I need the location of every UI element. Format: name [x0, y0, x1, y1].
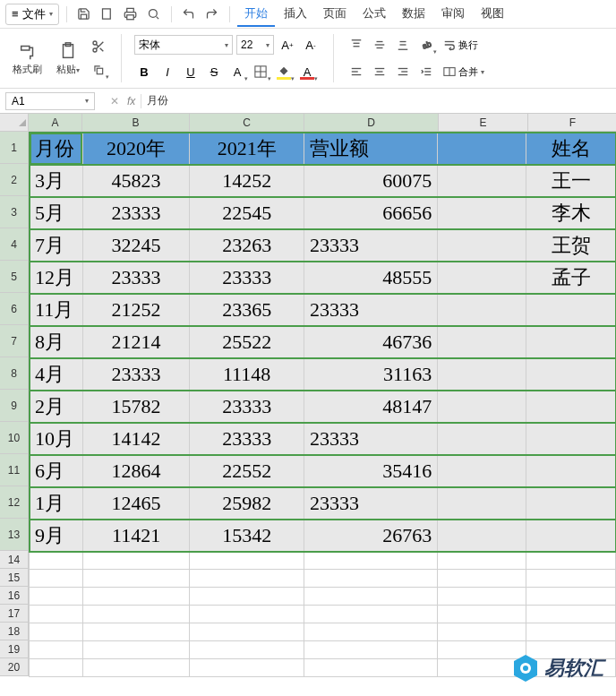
format-painter-button[interactable]: 格式刷	[7, 39, 47, 78]
data-cell[interactable]: 22552	[190, 455, 304, 487]
bold-button[interactable]: B	[134, 62, 154, 82]
cell[interactable]	[82, 659, 190, 677]
data-cell[interactable]: 1月	[30, 487, 83, 520]
font-effect-button[interactable]: A	[227, 62, 247, 82]
cell[interactable]	[438, 487, 526, 520]
grid-cells[interactable]: 月份2020年2021年营业额姓名3月458231425260075王一5月23…	[29, 132, 616, 677]
cell[interactable]	[526, 623, 616, 641]
cell[interactable]	[190, 552, 304, 570]
cell[interactable]	[438, 623, 526, 641]
italic-button[interactable]: I	[158, 62, 177, 82]
border-button[interactable]	[251, 62, 270, 82]
cell[interactable]	[438, 391, 526, 423]
save-icon[interactable]	[74, 4, 94, 24]
cell[interactable]	[82, 570, 190, 588]
data-cell[interactable]: 21214	[82, 326, 190, 358]
cell[interactable]	[190, 659, 304, 677]
cell[interactable]	[190, 588, 304, 606]
row-header-20[interactable]: 20	[0, 658, 29, 676]
row-header-1[interactable]: 1	[0, 132, 29, 164]
tab-公式[interactable]: 公式	[355, 2, 393, 27]
redo-icon[interactable]	[202, 4, 222, 24]
align-middle-icon[interactable]	[370, 35, 389, 55]
data-cell[interactable]: 32245	[82, 229, 190, 262]
row-header-3[interactable]: 3	[0, 196, 29, 228]
cell[interactable]	[82, 588, 190, 606]
tab-开始[interactable]: 开始	[237, 2, 275, 27]
tab-审阅[interactable]: 审阅	[434, 2, 472, 27]
cell[interactable]	[526, 423, 616, 455]
strikethrough-button[interactable]: S	[204, 62, 224, 82]
cell[interactable]	[438, 197, 526, 229]
cell[interactable]	[30, 623, 83, 641]
row-header-2[interactable]: 2	[0, 164, 29, 196]
formula-value[interactable]: 月份	[147, 93, 168, 108]
cell[interactable]	[438, 606, 526, 623]
data-cell[interactable]: 48555	[304, 262, 437, 294]
data-cell[interactable]: 26763	[304, 520, 437, 552]
row-header-7[interactable]: 7	[0, 325, 29, 357]
file-menu[interactable]: ≡ 文件 ▾	[5, 4, 59, 25]
row-header-19[interactable]: 19	[0, 640, 29, 658]
cell[interactable]	[526, 391, 616, 423]
cell[interactable]	[30, 588, 83, 606]
data-cell[interactable]: 60075	[304, 165, 437, 197]
fx-icon[interactable]: fx	[127, 95, 135, 107]
cell[interactable]	[304, 570, 437, 588]
cell[interactable]	[438, 262, 526, 294]
print-icon[interactable]	[121, 4, 141, 24]
cell[interactable]	[30, 606, 83, 623]
data-cell[interactable]: 2月	[30, 391, 83, 423]
cell[interactable]	[30, 659, 83, 677]
data-cell[interactable]: 45823	[82, 165, 190, 197]
row-header-6[interactable]: 6	[0, 293, 29, 325]
col-header-D[interactable]: D	[304, 114, 439, 132]
orientation-icon[interactable]: ab	[416, 35, 436, 55]
data-cell[interactable]: 15782	[82, 391, 190, 423]
row-header-8[interactable]: 8	[0, 357, 29, 390]
increase-font-icon[interactable]: A+	[278, 35, 297, 55]
cell[interactable]	[30, 570, 83, 588]
data-cell[interactable]: 23365	[190, 294, 304, 326]
font-color-button[interactable]: A	[297, 62, 317, 82]
header-cell[interactable]: 2020年	[82, 133, 190, 165]
cell[interactable]	[438, 165, 526, 197]
cell[interactable]	[304, 588, 437, 606]
data-cell[interactable]: 22545	[190, 197, 304, 229]
data-cell[interactable]: 21252	[82, 294, 190, 326]
row-header-13[interactable]: 13	[0, 519, 29, 551]
data-cell[interactable]: 35416	[304, 455, 437, 487]
cell[interactable]	[82, 552, 190, 570]
font-size-select[interactable]: 22▾	[236, 35, 274, 55]
fill-color-button[interactable]	[274, 62, 294, 82]
data-cell[interactable]: 15342	[190, 520, 304, 552]
paste-button[interactable]: 粘贴▾	[51, 39, 85, 78]
cell[interactable]	[304, 659, 437, 677]
cell[interactable]	[30, 641, 83, 659]
row-header-12[interactable]: 12	[0, 486, 29, 519]
cell[interactable]	[526, 326, 616, 358]
cell[interactable]: 王贺	[526, 229, 616, 262]
data-cell[interactable]: 12864	[82, 455, 190, 487]
tab-插入[interactable]: 插入	[277, 2, 314, 27]
col-header-C[interactable]: C	[190, 114, 304, 132]
cell[interactable]	[526, 487, 616, 520]
data-cell[interactable]: 11148	[190, 358, 304, 391]
header-cell[interactable]: 月份	[30, 133, 83, 165]
data-cell[interactable]: 5月	[30, 197, 83, 229]
data-cell[interactable]: 3月	[30, 165, 83, 197]
data-cell[interactable]: 11月	[30, 294, 83, 326]
cell[interactable]	[526, 552, 616, 570]
data-cell[interactable]: 23333	[190, 262, 304, 294]
cell[interactable]	[526, 520, 616, 552]
font-name-select[interactable]: 宋体▾	[134, 35, 233, 55]
cell[interactable]	[526, 455, 616, 487]
data-cell[interactable]: 23333	[304, 487, 437, 520]
data-cell[interactable]: 31163	[304, 358, 437, 391]
header-cell[interactable]: 营业额	[304, 133, 437, 165]
col-header-E[interactable]: E	[439, 114, 528, 132]
row-header-9[interactable]: 9	[0, 390, 29, 422]
row-header-5[interactable]: 5	[0, 261, 29, 293]
cell[interactable]	[526, 570, 616, 588]
data-cell[interactable]: 23333	[304, 229, 437, 262]
